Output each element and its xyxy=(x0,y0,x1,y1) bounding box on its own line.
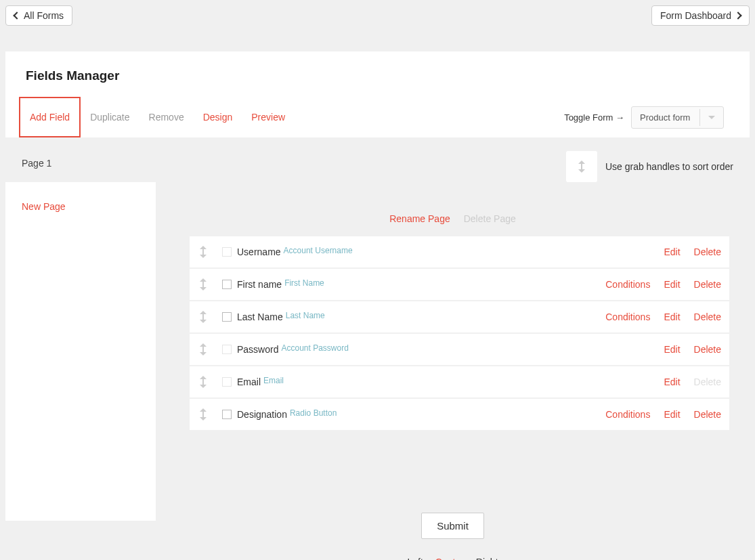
submit-button[interactable]: Submit xyxy=(421,513,484,539)
field-checkbox-wrap[interactable] xyxy=(217,410,237,419)
drag-handle[interactable] xyxy=(190,311,217,323)
field-desc: Account Username xyxy=(284,246,353,255)
field-desc: Email xyxy=(263,376,284,385)
checkbox-icon xyxy=(222,410,232,419)
conditions-link[interactable]: Conditions xyxy=(605,311,650,322)
edit-link[interactable]: Edit xyxy=(664,246,680,257)
delete-link[interactable]: Delete xyxy=(694,311,721,322)
align-right[interactable]: Right xyxy=(476,557,498,560)
toggle-form-label: Toggle Form → xyxy=(564,112,624,123)
field-checkbox-wrap[interactable] xyxy=(217,247,237,257)
edit-link[interactable]: Edit xyxy=(664,344,680,355)
drag-handle[interactable] xyxy=(190,278,217,290)
form-dashboard-button[interactable]: Form Dashboard xyxy=(651,5,750,26)
edit-link[interactable]: Edit xyxy=(664,311,680,322)
drag-handle[interactable] xyxy=(190,343,217,356)
tab-duplicate[interactable]: Duplicate xyxy=(81,97,139,137)
tab-design[interactable]: Design xyxy=(194,97,242,137)
new-page-link[interactable]: New Page xyxy=(22,201,66,212)
form-dashboard-label: Form Dashboard xyxy=(660,10,731,21)
page-title: Fields Manager xyxy=(5,68,750,97)
sort-hint-text: Use grab handles to sort order xyxy=(605,161,733,172)
drag-handle-icon xyxy=(198,278,208,290)
field-desc: Radio Button xyxy=(290,408,337,418)
checkbox-icon xyxy=(222,312,232,322)
drag-handle-icon xyxy=(198,376,208,388)
drag-handle[interactable] xyxy=(190,408,217,421)
edit-link[interactable]: Edit xyxy=(664,279,680,290)
field-row: PasswordAccount PasswordEditDelete xyxy=(190,334,729,365)
drag-icon-box xyxy=(566,151,597,182)
conditions-link[interactable]: Conditions xyxy=(605,279,650,290)
tab-preview[interactable]: Preview xyxy=(242,97,295,137)
field-name: Password xyxy=(237,344,278,355)
form-select-value: Product form xyxy=(632,107,699,128)
chevron-left-icon xyxy=(13,12,20,19)
delete-link[interactable]: Delete xyxy=(694,246,721,257)
drag-handle[interactable] xyxy=(190,246,217,258)
delete-link[interactable]: Delete xyxy=(694,409,721,420)
page-1-label[interactable]: Page 1 xyxy=(5,137,156,182)
field-row: First nameFirst NameConditionsEditDelete xyxy=(190,269,729,300)
delete-link: Delete xyxy=(694,376,721,387)
field-name: Designation xyxy=(237,409,287,420)
field-checkbox-wrap[interactable] xyxy=(217,280,237,289)
field-row: Last NameLast NameConditionsEditDelete xyxy=(190,301,729,332)
field-name: Last Name xyxy=(237,311,283,322)
all-forms-label: All Forms xyxy=(24,10,64,21)
chevron-right-icon xyxy=(734,12,741,19)
field-row: UsernameAccount UsernameEditDelete xyxy=(190,236,729,267)
field-row: DesignationRadio ButtonConditionsEditDel… xyxy=(190,399,729,430)
field-desc: Last Name xyxy=(286,311,325,320)
delete-link[interactable]: Delete xyxy=(694,279,721,290)
field-name: First name xyxy=(237,279,282,290)
field-name: Email xyxy=(237,376,261,387)
checkbox-icon xyxy=(222,345,232,354)
checkbox-icon xyxy=(222,247,232,257)
align-center[interactable]: Center xyxy=(435,557,464,560)
tab-add-field[interactable]: Add Field xyxy=(19,97,81,137)
drag-handle-icon xyxy=(577,160,586,173)
fields-list: UsernameAccount UsernameEditDeleteFirst … xyxy=(190,236,729,430)
drag-handle-icon xyxy=(198,343,208,356)
field-name: Username xyxy=(237,246,281,257)
field-checkbox-wrap[interactable] xyxy=(217,312,237,322)
field-checkbox-wrap[interactable] xyxy=(217,377,237,387)
edit-link[interactable]: Edit xyxy=(664,376,680,387)
conditions-link[interactable]: Conditions xyxy=(605,409,650,420)
all-forms-button[interactable]: All Forms xyxy=(5,5,72,26)
delete-link[interactable]: Delete xyxy=(694,344,721,355)
form-select[interactable]: Product form xyxy=(631,106,724,129)
align-left[interactable]: Left xyxy=(407,557,423,560)
drag-handle[interactable] xyxy=(190,376,217,388)
edit-link[interactable]: Edit xyxy=(664,409,680,420)
field-desc: First Name xyxy=(284,278,324,288)
checkbox-icon xyxy=(222,280,232,289)
drag-handle-icon xyxy=(198,408,208,421)
field-row: EmailEmailEditDelete xyxy=(190,366,729,397)
drag-handle-icon xyxy=(198,246,208,258)
dropdown-icon xyxy=(699,109,723,126)
tab-remove[interactable]: Remove xyxy=(139,97,194,137)
field-desc: Account Password xyxy=(281,343,348,353)
field-checkbox-wrap[interactable] xyxy=(217,345,237,354)
drag-handle-icon xyxy=(198,311,208,323)
checkbox-icon xyxy=(222,377,232,387)
rename-page-link[interactable]: Rename Page xyxy=(389,213,450,224)
delete-page-link: Delete Page xyxy=(464,213,516,224)
